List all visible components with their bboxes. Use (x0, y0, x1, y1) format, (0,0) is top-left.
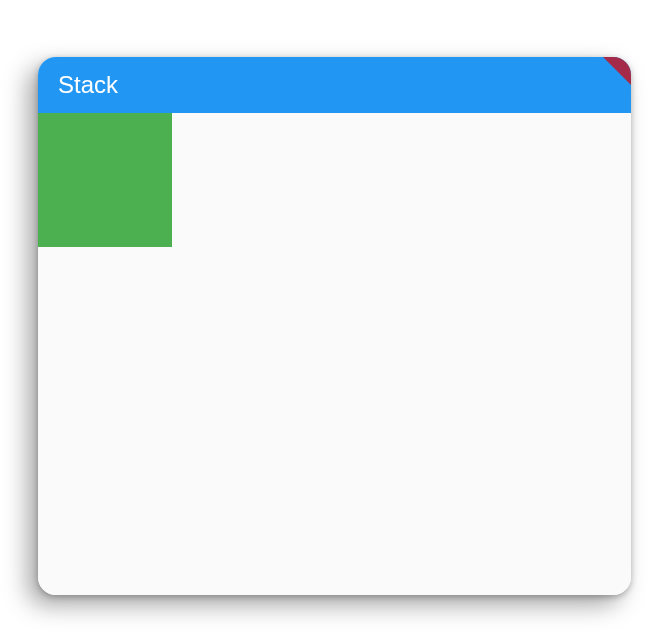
debug-banner-icon (603, 57, 631, 85)
app-bar: Stack (38, 57, 631, 113)
body-area (38, 113, 631, 595)
app-panel: Stack (38, 57, 631, 595)
green-square (38, 113, 172, 247)
app-bar-title: Stack (58, 71, 118, 99)
